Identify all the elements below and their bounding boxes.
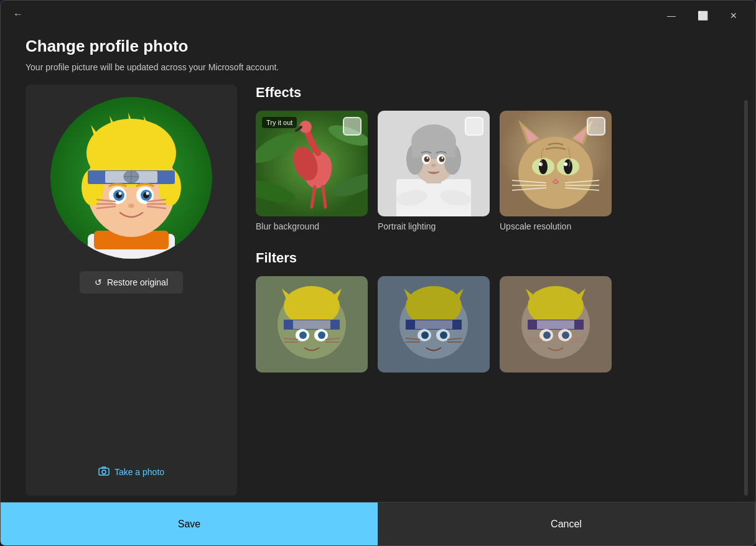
svg-point-58 <box>427 157 429 159</box>
filter-thumb-2 <box>378 276 490 372</box>
effect-thumb-upscale <box>500 111 612 216</box>
svg-point-35 <box>102 470 106 474</box>
try-it-out-badge: Try it out <box>262 117 297 128</box>
effect-checkbox-blur[interactable] <box>343 117 362 136</box>
svg-point-57 <box>439 157 445 162</box>
effects-section-title: Effects <box>256 85 724 101</box>
minimize-button[interactable]: — <box>657 6 686 25</box>
svg-point-27 <box>128 204 134 208</box>
svg-point-74 <box>564 162 567 166</box>
svg-rect-88 <box>293 320 330 329</box>
back-button[interactable]: ← <box>8 4 28 24</box>
restore-original-button[interactable]: ↺ Restore original <box>80 271 183 294</box>
svg-point-59 <box>442 157 444 159</box>
svg-point-25 <box>119 192 122 195</box>
effect-checkbox-upscale[interactable] <box>587 117 605 136</box>
restore-icon: ↺ <box>95 277 102 287</box>
effect-item-portrait-lighting[interactable]: Portrait lighting <box>378 111 490 231</box>
right-panel[interactable]: Effects <box>256 85 730 496</box>
svg-point-71 <box>539 159 548 174</box>
left-panel: ↺ Restore original Take a photo <box>26 85 237 496</box>
effect-item-upscale[interactable]: Upscale resolution <box>500 111 612 231</box>
dialog-title: Change profile photo <box>26 37 730 56</box>
svg-point-121 <box>543 331 551 339</box>
filters-section-title: Filters <box>256 250 724 266</box>
take-photo-button[interactable]: Take a photo <box>93 460 169 483</box>
scrollbar[interactable] <box>744 100 748 496</box>
svg-rect-103 <box>415 320 452 329</box>
effects-grid: Try it out Blur background <box>256 111 724 231</box>
dialog-subtitle: Your profile picture will be updated acr… <box>26 62 730 72</box>
effect-label-portrait: Portrait lighting <box>378 221 436 231</box>
dialog: Change profile photo Your profile pictur… <box>1 30 755 496</box>
cancel-button[interactable]: Cancel <box>378 502 755 545</box>
title-bar: ← — ⬜ ✕ <box>1 1 755 30</box>
camera-icon <box>98 465 110 478</box>
effect-label-blur: Blur background <box>256 221 319 231</box>
svg-rect-53 <box>412 139 455 157</box>
maximize-button[interactable]: ⬜ <box>688 6 717 25</box>
avatar-container <box>50 97 212 259</box>
filter-thumb-1 <box>256 276 368 372</box>
svg-rect-118 <box>537 320 574 329</box>
effect-label-upscale: Upscale resolution <box>500 221 571 231</box>
save-button[interactable]: Save <box>1 502 378 545</box>
filters-grid <box>256 276 724 372</box>
svg-point-122 <box>562 331 569 339</box>
svg-point-91 <box>299 331 307 339</box>
footer: Save Cancel <box>1 502 755 545</box>
svg-point-26 <box>146 192 149 195</box>
svg-point-56 <box>424 157 430 162</box>
filter-item-3[interactable] <box>500 276 612 372</box>
window-controls: — ⬜ ✕ <box>657 6 748 25</box>
close-button[interactable]: ✕ <box>719 6 748 25</box>
content-area: ↺ Restore original Take a photo <box>26 85 730 496</box>
filter-thumb-3 <box>500 276 612 372</box>
effect-thumb-blur: Try it out <box>256 111 368 216</box>
svg-point-60 <box>431 164 436 167</box>
svg-point-106 <box>421 331 429 339</box>
svg-point-107 <box>440 331 447 339</box>
filter-item-2[interactable] <box>378 276 490 372</box>
effect-item-blur-background[interactable]: Try it out Blur background <box>256 111 368 231</box>
filter-item-1[interactable] <box>256 276 368 372</box>
effect-checkbox-portrait[interactable] <box>465 117 483 136</box>
effect-thumb-portrait <box>378 111 490 216</box>
svg-point-92 <box>318 331 325 339</box>
main-window: ← — ⬜ ✕ Change profile photo Your profil… <box>0 0 756 546</box>
svg-point-72 <box>564 159 572 174</box>
avatar-image <box>50 97 212 259</box>
